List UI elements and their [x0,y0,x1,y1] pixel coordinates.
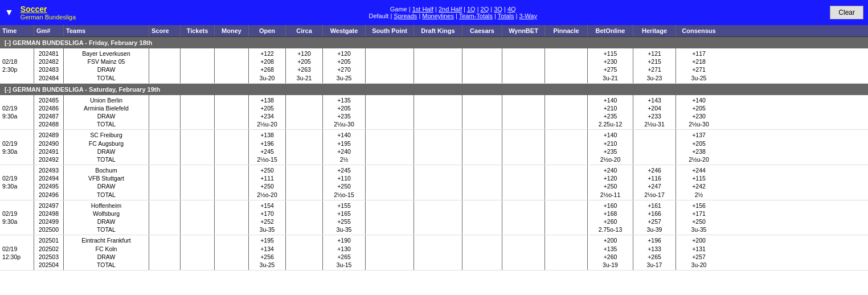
link-totals[interactable]: Totals [498,13,514,19]
col-header-draftkings[interactable]: Draft Kings [414,25,462,36]
link-2q[interactable]: 2Q [481,6,489,13]
sport-link[interactable]: Soccer [21,5,76,14]
cell-value: 3u-25 [325,74,363,82]
cell-value: 2½o-20 [251,191,283,199]
cell-value: +200 [590,236,630,244]
link-spreads[interactable]: Spreads [394,13,417,19]
col-header-consensus[interactable]: Consensus [676,25,722,36]
cell-value: +111 [251,174,283,182]
game-consensus: +137+205+2382½u-20 [676,130,722,165]
col-header-gm[interactable]: Gm# [34,25,64,36]
cell-value: DRAW [66,65,146,73]
nav-arrow[interactable]: ▼ [5,7,14,18]
game-score [149,235,181,270]
cell-value: +208 [251,58,283,65]
game-numbers: 202481202482202483202484 [34,48,64,83]
col-header-tickets[interactable]: Tickets [181,25,215,36]
cell-value: 2.75o-13 [590,226,630,233]
game-heritage: +121+215+2713u-23 [633,48,676,83]
cell-value: Union Berlin [66,96,146,104]
game-southpoint [366,48,414,83]
col-header-circa[interactable]: Circa [286,25,323,36]
link-moneylines[interactable]: Moneylines [422,13,454,19]
game-wynnbet [502,235,545,270]
cell-value: +257 [678,253,719,261]
game-numbers: 202497202498202499202500 [34,200,64,235]
cell-value: +116 [636,174,673,182]
game-circa: +120+205+2633u-21 [286,48,323,83]
game-circa [286,200,323,235]
game-money [215,165,249,200]
cell-value: +204 [636,104,673,112]
section-header: [-] GERMAN BUNDESLIGA - Friday, February… [0,37,868,48]
link-3q[interactable]: 3Q [494,6,502,13]
cell-value: Wolfsburg [66,210,146,218]
cell-value: 2½u-20 [251,120,283,128]
cell-value: +205 [251,104,283,112]
cell-value: TOTAL [66,74,146,82]
cell-value: 2½ [325,155,363,163]
game-southpoint [366,200,414,235]
link-2ndhalf[interactable]: 2nd Half [439,6,462,13]
cell-value: 2½u-31 [636,120,673,128]
table-row: 02/18 2:30p202481202482202483202484Bayer… [0,48,868,84]
cell-value: Eintracht Frankfurt [66,236,146,244]
game-numbers: 202485202486202487202488 [34,95,64,130]
col-header-wynnbet[interactable]: WynnBET [502,25,545,36]
cell-value: +135 [590,245,630,253]
table-row: 02/19 12:30p202501202502202503202504Eint… [0,235,868,271]
game-money [215,48,249,83]
col-header-open[interactable]: Open [249,25,286,36]
col-header-money[interactable]: Money [215,25,249,36]
cell-value: 3u-35 [325,226,363,233]
cell-value: 202504 [36,261,61,269]
game-open: +250+111+2502½o-20 [249,165,286,200]
game-wynnbet [502,165,545,200]
game-heritage: +161+166+2573u-39 [633,200,676,235]
column-headers: Time Gm# Teams Score Tickets Money Open … [0,25,868,37]
col-header-pinnacle[interactable]: Pinnacle [545,25,588,36]
game-money [215,200,249,235]
cell-value: 202483 [36,65,61,73]
col-header-southpoint[interactable]: South Point [366,25,414,36]
game-tickets [181,130,215,165]
cell-value: +250 [251,166,283,174]
game-pinnacle [545,165,588,200]
link-4q[interactable]: 4Q [507,6,516,13]
col-header-time[interactable]: Time [0,25,34,36]
clear-button[interactable]: Clear [830,6,863,19]
game-heritage [633,130,676,165]
link-1sthalf[interactable]: 1st Half [412,6,433,13]
game-betonline: +200+135+2603u-19 [588,235,633,270]
col-header-betonline[interactable]: BetOnline [588,25,633,36]
game-teams: Bayer LeverkusenFSV Mainz 05DRAWTOTAL [64,48,149,83]
cell-value: Bayer Leverkusen [66,50,146,58]
cell-value: +271 [678,65,719,73]
cell-value: 202497 [36,202,61,210]
col-header-score[interactable]: Score [149,25,181,36]
link-1q[interactable]: 1Q [467,6,476,13]
col-header-westgate[interactable]: Westgate [323,25,366,36]
link-3way[interactable]: 3-Way [519,13,537,19]
game-open: +195+134+2563u-25 [249,235,286,270]
game-betonline: +115+230+2753u-21 [588,48,633,83]
cell-value: 202501 [36,236,61,244]
cell-value: +265 [636,253,673,261]
col-header-heritage[interactable]: Heritage [633,25,676,36]
cell-value: +155 [325,202,363,210]
cell-value: +160 [590,202,630,210]
cell-value: +245 [251,148,283,155]
cell-value: FC Koln [66,245,146,253]
cell-value: +246 [636,166,673,174]
game-tickets [181,200,215,235]
cell-value: +140 [325,131,363,139]
cell-value: 202491 [36,148,61,155]
cell-value: 202486 [36,104,61,112]
col-header-caesars[interactable]: Caesars [462,25,502,36]
col-header-teams[interactable]: Teams [64,25,149,36]
link-team-totals[interactable]: Team-Totals [459,13,493,19]
cell-value: +235 [590,112,630,120]
cell-value: +122 [251,50,283,58]
game-betonline: +140+210+2352½o-20 [588,130,633,165]
cell-value: 202492 [36,155,61,163]
